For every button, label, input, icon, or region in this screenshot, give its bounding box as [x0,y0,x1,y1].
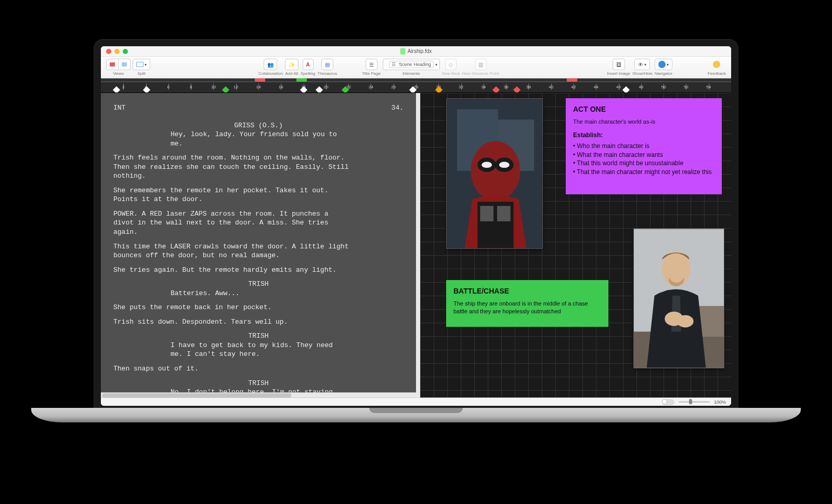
new-structure-button[interactable]: ▥ [475,59,487,70]
ruler-tick-label: 48 [639,85,643,89]
views-segment-2[interactable] [119,59,131,70]
view-toggle[interactable] [662,399,674,405]
timeline-ruler[interactable]: 2468101214161820222426283032343638404244… [101,78,731,93]
navigator-button[interactable]: ▾ [655,59,672,70]
new-beat-group: ◇ New Beat [442,59,460,76]
show-hide-button[interactable]: 👁▾ [634,59,650,70]
action-line: POWER. A RED laser ZAPS across the room.… [113,209,353,237]
image-card-1[interactable] [446,98,543,249]
ruler-tick-label: 6 [167,85,170,89]
diamond-icon: ◇ [449,62,453,68]
add-all-button[interactable]: ✨ [285,59,298,70]
svg-rect-10 [480,206,493,221]
feedback-button[interactable] [710,59,723,70]
card-bullet: That the main character might not yet re… [573,168,714,177]
svg-rect-11 [497,206,511,221]
titlebar: Airship.fdx [101,46,731,57]
ruler-tick-label: 34 [481,85,486,89]
action-line: This time the LASER crawls toward the do… [113,242,353,260]
spelling-group: A Spelling [301,59,315,76]
action-line: Trish feels around the room. Nothing on … [113,153,353,181]
elements-dropdown[interactable]: ☰Scene Heading [383,59,440,70]
window-controls [101,49,128,54]
ruler-tick-label: 12 [233,85,238,89]
beat-marker[interactable] [222,86,229,93]
card-subtitle: The main character's world as-is [573,118,714,126]
ruler-tick-label: 32 [459,85,463,89]
zoom-slider[interactable] [679,401,710,403]
ruler-tick-label: 10 [211,85,216,89]
content-area: INT 34. GRISS (O.S.)Hey, look, lady. You… [101,93,731,397]
eye-icon: 👁 [638,62,643,68]
pane-divider[interactable] [416,93,420,397]
ruler-tick-label: 50 [661,85,666,89]
beat-marker[interactable] [143,86,150,93]
spelling-button[interactable]: A [303,59,314,70]
status-bar: 100% [101,397,731,406]
app-window: Airship.fdx Views ▾ Split [101,46,731,406]
sparkle-icon: ✨ [289,62,295,68]
beat-marker[interactable] [492,86,500,93]
card-battle-chase[interactable]: BATTLE/CHASE The ship they are onboard i… [446,280,608,327]
fullscreen-button[interactable] [123,49,128,54]
beat-board-canvas[interactable]: ACT ONE The main character's world as-is… [420,93,731,397]
card-bullets: Who the main character isWhat the main c… [573,142,714,177]
card-body: The ship they are onboard is in the midd… [453,300,601,316]
close-button[interactable] [106,49,111,54]
script-page[interactable]: INT 34. GRISS (O.S.)Hey, look, lady. You… [101,93,416,392]
card-bullet: Who the main character is [573,142,714,151]
action-line: Trish sits down. Despondent. Tears well … [113,317,353,327]
beat-marker[interactable] [513,86,521,93]
show-hide-group: 👁▾ Show/Hide [632,59,653,76]
collaboration-group: 👥 Collaboration [258,59,283,76]
compass-icon [658,61,666,68]
new-beat-button[interactable]: ◇ [445,59,457,70]
insert-image-group: 🖼 Insert Image [607,59,630,76]
ruler-tick-label: 14 [256,85,261,89]
laptop-frame: Airship.fdx Views ▾ Split [31,39,801,465]
character-cue: TRISH [113,280,404,289]
reference-image-1 [447,99,542,248]
minimize-button[interactable] [114,49,120,54]
page-number: 34. [392,103,404,113]
ruler-tick-label: 2 [122,85,124,89]
beat-marker[interactable] [622,86,630,93]
title-page-button[interactable]: ☰ [366,59,378,70]
card-title: ACT ONE [573,104,714,115]
people-icon: 👥 [267,62,274,68]
svg-point-7 [482,162,492,168]
split-button[interactable]: ▾ [133,59,150,70]
beat-marker[interactable] [316,86,323,93]
image-icon: 🖼 [616,62,621,68]
page-icon: ☰ [369,62,374,68]
beat-marker[interactable] [113,86,120,93]
new-structure-group: ▥ New Structure Point [462,59,499,76]
views-segment-1[interactable] [106,59,119,70]
ruler-tick-label: 20 [323,85,328,89]
feedback-group: Feedback [708,59,726,76]
thesaurus-button[interactable]: ▤ [321,59,333,70]
zoom-level: 100% [714,400,726,405]
thesaurus-group: ▤ Thesaurus [317,59,337,76]
ruler-tick-label: 24 [369,85,373,89]
ruler-tick-label: 26 [391,85,396,89]
image-card-2[interactable] [633,228,724,368]
horizontal-scrollbar[interactable] [101,392,416,397]
laptop-base [31,408,801,422]
split-group: ▾ Split [133,59,150,76]
action-line: She remembers the remote in her pocket. … [113,186,353,204]
dialogue-line: No. I don't belong here. I'm not staying… [171,388,337,392]
insert-image-button[interactable]: 🖼 [613,59,625,70]
document-title-text: Airship.fdx [408,48,432,54]
script-pane: INT 34. GRISS (O.S.)Hey, look, lady. You… [101,93,416,397]
scene-heading: INT [113,103,125,113]
reference-image-2 [634,229,724,368]
ruler-tick-label: 38 [526,85,531,89]
collaboration-button[interactable]: 👥 [264,59,277,70]
dialogue-line: Hey, look, lady. Your friends sold you t… [171,130,337,148]
card-act-one[interactable]: ACT ONE The main character's world as-is… [566,98,722,194]
ruler-tick-label: 46 [616,85,621,89]
card-title: BATTLE/CHASE [453,286,601,297]
add-all-group: ✨ Add All [285,59,298,76]
title-page-group: ☰ Title Page [362,59,381,76]
